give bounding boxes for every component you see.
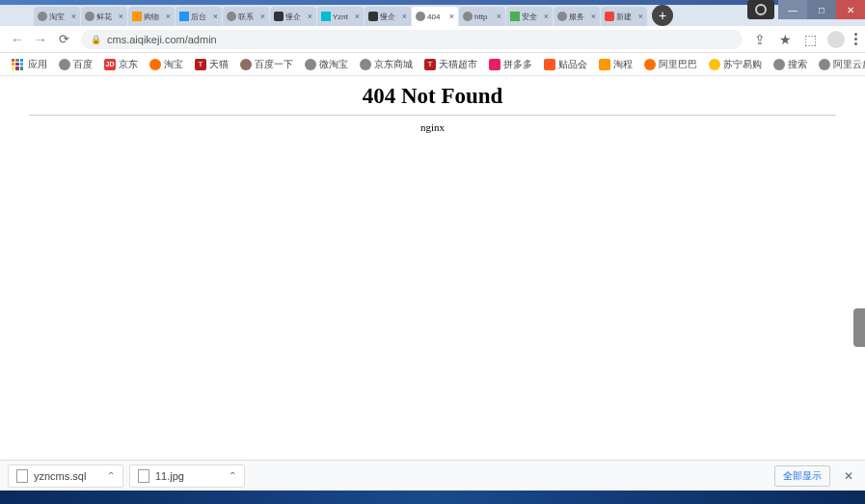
bookmark-item[interactable]: 贴品会 bbox=[540, 56, 591, 73]
forward-button[interactable]: → bbox=[31, 30, 50, 49]
tab-10[interactable]: 安全× bbox=[506, 7, 553, 26]
minimize-button[interactable]: — bbox=[778, 0, 807, 19]
globe-icon bbox=[819, 59, 830, 70]
image-file-icon bbox=[138, 469, 149, 483]
side-clip-icon[interactable] bbox=[853, 308, 865, 347]
tab-close-icon[interactable]: × bbox=[638, 12, 643, 21]
show-all-downloads-button[interactable]: 全部显示 bbox=[774, 465, 830, 487]
tab-close-icon[interactable]: × bbox=[497, 12, 501, 21]
download-bar-right: 全部显示 ✕ bbox=[774, 465, 857, 487]
globe-icon bbox=[227, 12, 236, 21]
tab-close-icon[interactable]: × bbox=[308, 12, 312, 21]
browser-menu-circle[interactable] bbox=[747, 0, 774, 19]
bookmark-label: 京东 bbox=[119, 58, 138, 71]
tab-7[interactable]: 慢企× bbox=[365, 7, 411, 26]
globe-icon bbox=[59, 59, 70, 70]
tab-label: 慢企 bbox=[285, 12, 306, 22]
close-window-button[interactable]: ✕ bbox=[836, 0, 865, 19]
extension-icon[interactable]: ⬚ bbox=[802, 32, 818, 47]
tab-close-icon[interactable]: × bbox=[213, 12, 218, 21]
tmall-icon: T bbox=[195, 59, 206, 70]
tab-5[interactable]: 慢企× bbox=[270, 7, 316, 26]
bookmark-item[interactable]: 拼多多 bbox=[485, 56, 536, 73]
server-label: nginx bbox=[29, 116, 836, 133]
tc-icon bbox=[599, 59, 610, 70]
tab-11[interactable]: 服务× bbox=[554, 7, 600, 26]
pdd-icon bbox=[489, 59, 500, 70]
tab-close-icon[interactable]: × bbox=[260, 12, 265, 21]
tab-2[interactable]: 购物× bbox=[128, 7, 175, 26]
bookmark-item[interactable]: 阿里巴巴 bbox=[640, 56, 701, 73]
tab-3[interactable]: 后台× bbox=[176, 7, 222, 26]
bookmark-label: 淘宝 bbox=[164, 58, 183, 71]
tab-8-active[interactable]: 404× bbox=[412, 7, 458, 26]
download-filename: 11.jpg bbox=[155, 470, 184, 482]
bookmark-item[interactable]: 京东商城 bbox=[356, 56, 417, 73]
bookmark-item[interactable]: 苏宁易购 bbox=[705, 56, 766, 73]
taskbar[interactable] bbox=[0, 491, 865, 504]
share-icon[interactable]: ⇪ bbox=[752, 32, 768, 47]
tab-label: Yznt bbox=[333, 13, 353, 21]
chevron-up-icon[interactable]: ⌃ bbox=[229, 470, 236, 481]
tab-close-icon[interactable]: × bbox=[355, 12, 360, 21]
bookmark-label: 苏宁易购 bbox=[723, 58, 762, 71]
bookmark-item[interactable]: 淘程 bbox=[595, 56, 636, 73]
bookmark-item[interactable]: 微淘宝 bbox=[301, 56, 352, 73]
tmall-icon: T bbox=[424, 59, 436, 70]
tab-close-icon[interactable]: × bbox=[119, 12, 123, 21]
globe-icon bbox=[360, 59, 371, 70]
bookmark-item[interactable]: 百度 bbox=[55, 56, 96, 73]
tab-1[interactable]: 鲜花× bbox=[81, 7, 127, 26]
tab-close-icon[interactable]: × bbox=[449, 12, 454, 21]
star-icon[interactable]: ★ bbox=[777, 32, 793, 47]
favicon-icon bbox=[321, 12, 331, 21]
bookmark-label: 天猫 bbox=[209, 58, 229, 71]
bookmark-item[interactable]: 搜索 bbox=[770, 56, 811, 73]
tab-label: 后台 bbox=[191, 12, 211, 22]
bookmark-item[interactable]: 淘宝 bbox=[146, 56, 187, 73]
bookmark-label: 百度一下 bbox=[255, 58, 293, 71]
bookmark-item[interactable]: 阿里云盘 bbox=[815, 56, 865, 73]
tab-9[interactable]: http× bbox=[459, 7, 505, 26]
bookmark-item[interactable]: JD京东 bbox=[100, 56, 142, 73]
maximize-button[interactable]: □ bbox=[807, 0, 836, 19]
tab-label: 慢企 bbox=[380, 12, 400, 22]
favicon-icon bbox=[368, 12, 378, 21]
url-input[interactable]: 🔒 cms.aiqikeji.com/admin bbox=[81, 30, 743, 49]
close-download-bar-button[interactable]: ✕ bbox=[840, 465, 857, 487]
back-button[interactable]: ← bbox=[8, 30, 27, 49]
tab-label: 淘宝 bbox=[49, 12, 69, 22]
favicon-icon bbox=[510, 12, 520, 21]
favicon-icon bbox=[605, 12, 614, 21]
download-item[interactable]: 11.jpg ⌃ bbox=[129, 464, 245, 488]
globe-icon bbox=[773, 59, 785, 70]
url-text: cms.aiqikeji.com/admin bbox=[107, 34, 217, 45]
menu-button[interactable] bbox=[854, 33, 857, 45]
favicon-icon bbox=[274, 12, 284, 21]
chevron-up-icon[interactable]: ⌃ bbox=[107, 470, 115, 481]
new-tab-button[interactable]: + bbox=[652, 5, 673, 26]
download-item[interactable]: yzncms.sql ⌃ bbox=[8, 464, 123, 488]
tab-4[interactable]: 联系× bbox=[223, 7, 269, 26]
globe-icon bbox=[85, 12, 95, 21]
tab-12[interactable]: 新建× bbox=[601, 7, 647, 26]
tab-close-icon[interactable]: × bbox=[591, 12, 596, 21]
bookmark-item[interactable]: T天猫 bbox=[191, 56, 232, 73]
tab-close-icon[interactable]: × bbox=[166, 12, 171, 21]
tab-6[interactable]: Yznt× bbox=[317, 7, 364, 26]
apps-button[interactable]: 应用 bbox=[8, 56, 51, 73]
globe-icon bbox=[305, 59, 316, 70]
profile-avatar[interactable] bbox=[827, 31, 845, 48]
tab-0[interactable]: 淘宝× bbox=[34, 7, 80, 26]
address-right: ⇪ ★ ⬚ bbox=[752, 31, 857, 48]
xp-icon bbox=[544, 59, 555, 70]
reload-button[interactable]: ⟳ bbox=[54, 32, 73, 46]
tab-label: 404 bbox=[427, 13, 447, 21]
lock-icon: 🔒 bbox=[91, 35, 101, 44]
bookmark-item[interactable]: 百度一下 bbox=[236, 56, 297, 73]
bookmark-item[interactable]: T天猫超市 bbox=[420, 56, 481, 73]
tab-close-icon[interactable]: × bbox=[402, 12, 407, 21]
bookmark-label: 淘程 bbox=[613, 58, 633, 71]
tab-close-icon[interactable]: × bbox=[544, 12, 549, 21]
tab-close-icon[interactable]: × bbox=[71, 12, 76, 21]
